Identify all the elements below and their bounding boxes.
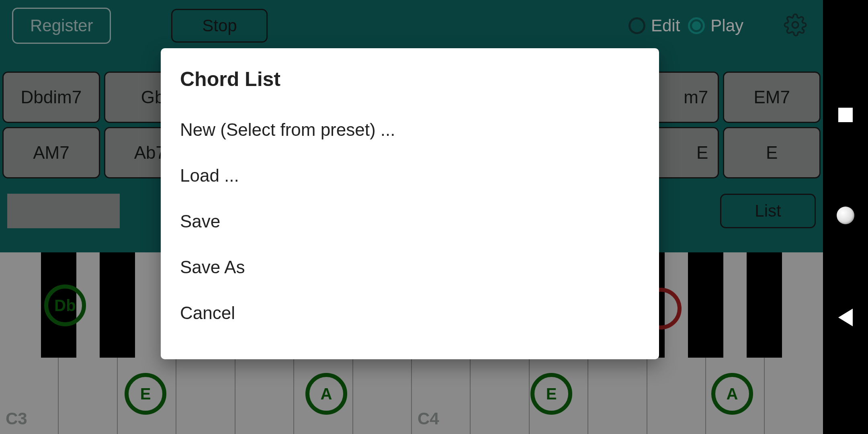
chord-list-dialog: Chord List New (Select from preset) ... … — [161, 48, 659, 359]
recents-button[interactable] — [838, 108, 853, 122]
menu-item-cancel[interactable]: Cancel — [161, 290, 659, 336]
android-nav-bar — [823, 0, 868, 434]
back-button[interactable] — [838, 309, 853, 326]
app-surface: Register Stop Edit Play Dbdim7 Gb m7 EM7 — [0, 0, 823, 434]
menu-item-load[interactable]: Load ... — [161, 153, 659, 199]
dialog-title: Chord List — [161, 68, 659, 107]
menu-item-new[interactable]: New (Select from preset) ... — [161, 107, 659, 153]
home-button[interactable] — [837, 207, 854, 224]
menu-item-save-as[interactable]: Save As — [161, 244, 659, 290]
menu-item-save[interactable]: Save — [161, 199, 659, 244]
